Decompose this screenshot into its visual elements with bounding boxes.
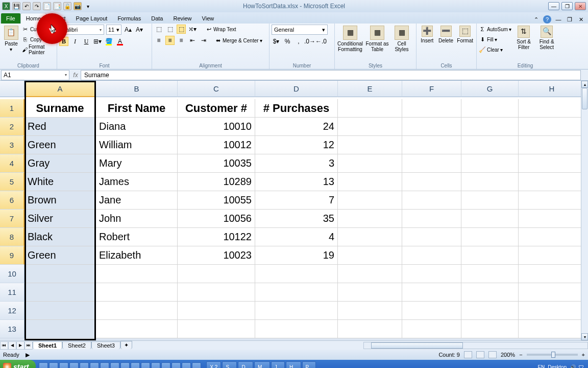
ql-icon[interactable]	[172, 362, 181, 368]
sort-filter-button[interactable]: ⇅Sort & Filter	[513, 25, 534, 50]
sheet-nav-prev-icon[interactable]: ◀	[8, 341, 16, 350]
cell[interactable]	[255, 265, 338, 283]
cell[interactable]	[519, 283, 585, 302]
align-left-icon[interactable]: ≡	[154, 36, 163, 45]
cell[interactable]	[461, 320, 519, 338]
cell[interactable]	[402, 136, 461, 154]
cell[interactable]	[338, 210, 402, 228]
row-header[interactable]: 13	[0, 320, 24, 338]
view-break-icon[interactable]	[488, 351, 497, 358]
cell[interactable]: Gray	[24, 154, 96, 173]
row-header[interactable]: 8	[0, 228, 24, 246]
ql-icon[interactable]	[120, 362, 130, 368]
cell[interactable]	[96, 302, 178, 320]
tab-review[interactable]: Review	[168, 13, 197, 24]
cell[interactable]	[402, 265, 461, 283]
ql-icon[interactable]	[110, 362, 119, 368]
scroll-down-icon[interactable]: ▾	[581, 333, 588, 340]
orientation-icon[interactable]: ⤭▾	[188, 25, 197, 34]
column-header[interactable]: B	[96, 81, 178, 97]
cell[interactable]	[402, 191, 461, 210]
cell[interactable]	[178, 265, 255, 283]
select-all-corner[interactable]	[0, 81, 24, 97]
zoom-slider[interactable]	[527, 354, 578, 356]
cell[interactable]	[402, 302, 461, 320]
cell[interactable]	[96, 283, 178, 302]
cell[interactable]	[338, 136, 402, 154]
cell[interactable]: Robert	[96, 228, 178, 246]
row-header[interactable]: 3	[0, 136, 24, 154]
cell[interactable]: 19	[255, 246, 338, 265]
row-header[interactable]: 1	[0, 99, 24, 118]
cell[interactable]	[519, 99, 585, 118]
column-header[interactable]: D	[255, 81, 338, 97]
cell[interactable]	[461, 136, 519, 154]
cell[interactable]	[178, 320, 255, 338]
cell[interactable]	[338, 246, 402, 265]
maximize-button[interactable]: ❐	[561, 2, 573, 10]
border-button[interactable]: ⊞▾	[93, 37, 102, 46]
conditional-formatting-button[interactable]: ▦Conditional Formatting	[337, 25, 363, 52]
cell[interactable]: William	[96, 136, 178, 154]
sheet-tab[interactable]: Sheet2	[62, 341, 91, 349]
cell[interactable]	[461, 210, 519, 228]
cell[interactable]	[178, 302, 255, 320]
ql-icon[interactable]	[69, 362, 79, 368]
start-button[interactable]: start	[0, 360, 36, 368]
qat-icon[interactable]: 🔓	[63, 2, 71, 10]
scroll-thumb[interactable]	[582, 88, 587, 109]
taskbar-task[interactable]: D...	[238, 361, 253, 368]
scroll-thumb[interactable]	[371, 342, 463, 349]
cell[interactable]	[338, 320, 402, 338]
column-header[interactable]: E	[338, 81, 402, 97]
cell[interactable]: Jane	[96, 191, 178, 210]
sheet-nav-first-icon[interactable]: ⏮	[0, 341, 8, 350]
decrease-indent-icon[interactable]: ⇤	[188, 36, 197, 45]
row-header[interactable]: 12	[0, 302, 24, 320]
cell[interactable]: Black	[24, 228, 96, 246]
cell[interactable]: Surname	[24, 99, 96, 118]
cell[interactable]	[519, 154, 585, 173]
cell[interactable]	[461, 191, 519, 210]
help-icon[interactable]: ?	[543, 15, 551, 24]
ql-icon[interactable]	[131, 362, 140, 368]
ql-icon[interactable]	[151, 362, 160, 368]
cell[interactable]	[402, 99, 461, 118]
format-as-table-button[interactable]: ▦Format as Table	[365, 25, 389, 52]
sheet-tab[interactable]: Sheet1	[33, 341, 62, 349]
clear-button[interactable]: 🧹Clear▾	[479, 45, 511, 54]
cell[interactable]	[402, 228, 461, 246]
cell[interactable]	[461, 154, 519, 173]
cell[interactable]: Mary	[96, 154, 178, 173]
find-select-button[interactable]: 🔍Find & Select	[536, 25, 557, 50]
cell[interactable]	[461, 228, 519, 246]
format-painter-button[interactable]: 🖌Format Painter	[22, 45, 55, 54]
column-header[interactable]: F	[402, 81, 461, 97]
cell[interactable]	[178, 283, 255, 302]
cell[interactable]	[461, 283, 519, 302]
cell[interactable]	[402, 154, 461, 173]
cell[interactable]	[461, 173, 519, 191]
row-header[interactable]: 9	[0, 246, 24, 265]
increase-font-icon[interactable]: A▴	[124, 25, 133, 34]
ql-icon[interactable]	[90, 362, 99, 368]
sheet-nav-next-icon[interactable]: ▶	[16, 341, 24, 350]
cell[interactable]: 7	[255, 191, 338, 210]
zoom-out-icon[interactable]: −	[519, 352, 522, 358]
fill-color-button[interactable]: 🪣	[104, 37, 113, 46]
row-header[interactable]: 4	[0, 154, 24, 173]
desktop-toolbar[interactable]: Desktop	[548, 364, 567, 369]
cell[interactable]: 10289	[178, 173, 255, 191]
font-color-button[interactable]: A	[115, 37, 125, 46]
cell[interactable]	[402, 118, 461, 136]
tray-icon[interactable]: 🛡	[579, 364, 584, 369]
decrease-font-icon[interactable]: A▾	[135, 25, 144, 34]
cell[interactable]: 10012	[178, 136, 255, 154]
doc-minimize-icon[interactable]: —	[554, 15, 562, 24]
row-header[interactable]: 11	[0, 283, 24, 302]
doc-close-icon[interactable]: ✕	[577, 15, 585, 24]
cell[interactable]	[338, 118, 402, 136]
cell[interactable]	[461, 265, 519, 283]
taskbar-task[interactable]: J...	[271, 361, 285, 368]
align-center-icon[interactable]: ≡	[165, 36, 175, 45]
